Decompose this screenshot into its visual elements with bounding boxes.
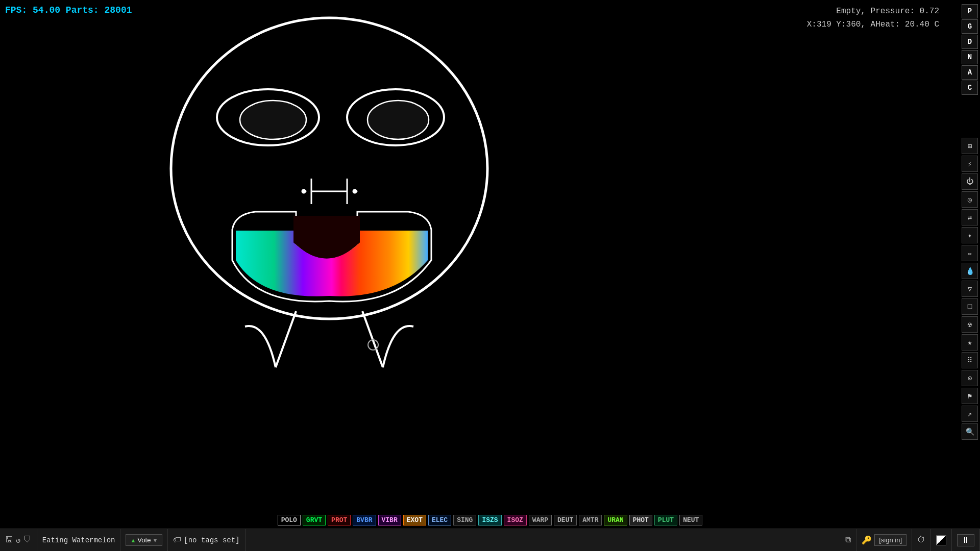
star-tool-icon[interactable]: ★ [962, 334, 978, 350]
element-sing[interactable]: SING [453, 515, 476, 525]
elements-toolbar: POLOGRVTPROTBVBRVIBREXOTELECSINGISZSISOZ… [0, 511, 980, 529]
face-drawing [143, 10, 516, 378]
element-elec[interactable]: ELEC [428, 515, 451, 525]
title-segment[interactable]: Eating Watermelon [37, 529, 121, 551]
pause-segment[interactable]: ⏸ [952, 529, 980, 551]
funnel-tool-icon[interactable]: ▽ [962, 281, 978, 297]
color-selector[interactable] [936, 535, 946, 545]
tags-icon: 🏷 [173, 535, 181, 545]
simulation-title: Eating Watermelon [42, 536, 115, 544]
color-segment[interactable] [931, 529, 952, 551]
canvas-area[interactable] [0, 0, 653, 378]
reload-icon[interactable]: ↺ [16, 535, 21, 545]
svg-line-12 [276, 311, 296, 367]
element-bvbr[interactable]: BVBR [353, 515, 376, 525]
btn-n[interactable]: N [962, 50, 978, 64]
tags-text: [no tags set] [184, 536, 239, 544]
btn-g[interactable]: G [962, 19, 978, 34]
copy-segment[interactable]: ⧉ [840, 529, 856, 551]
svg-point-2 [240, 101, 306, 139]
element-warp[interactable]: WARP [529, 515, 552, 525]
copy-icon[interactable]: ⧉ [845, 535, 851, 545]
element-polo[interactable]: POLO [278, 515, 301, 525]
btn-a[interactable]: A [962, 65, 978, 80]
zoom-tool-icon[interactable]: 🔍 [962, 423, 978, 440]
sign-in-label: [sign in] [879, 536, 902, 544]
circle-tool-icon[interactable]: ◎ [962, 191, 978, 208]
element-phot[interactable]: PHOT [629, 515, 652, 525]
save-icon[interactable]: 🖫 [5, 535, 13, 545]
btn-d[interactable]: D [962, 35, 978, 49]
vote-up-arrow: ▲ [130, 537, 136, 543]
pause-button[interactable]: ⏸ [957, 534, 974, 546]
vote-button[interactable]: ▲ Vote ▼ [126, 534, 162, 546]
settings-segment[interactable]: ⏱ [912, 529, 931, 551]
file-icons-segment: 🖫 ↺ ⛉ [0, 529, 37, 551]
right-tool-icons: ⊞ ⚡ ⏻ ◎ ⇄ ✦ ✏ 💧 ▽ □ ☢ ★ ⠿ ⊙ ⚑ ↗ 🔍 [962, 138, 978, 440]
open-icon[interactable]: ⛉ [23, 535, 32, 545]
swap-tool-icon[interactable]: ⇄ [962, 209, 978, 226]
flashlight-tool-icon[interactable]: ⊙ [962, 370, 978, 386]
sign-in-button[interactable]: [sign in] [874, 534, 906, 546]
btn-p[interactable]: P [962, 4, 978, 18]
electric-tool-icon[interactable]: ⚡ [962, 156, 978, 172]
element-amtr[interactable]: AMTR [579, 515, 602, 525]
status-bar: 🖫 ↺ ⛉ Eating Watermelon ▲ Vote ▼ 🏷 [no t… [0, 529, 980, 551]
element-vibr[interactable]: VIBR [378, 515, 401, 525]
pressure-info: Empty, Pressure: 0.72 [807, 5, 939, 18]
element-grvt[interactable]: GRVT [303, 515, 326, 525]
element-neut[interactable]: NEUT [679, 515, 702, 525]
element-deut[interactable]: DEUT [554, 515, 577, 525]
svg-point-9 [305, 191, 306, 192]
hud-info: Empty, Pressure: 0.72 X:319 Y:360, AHeat… [807, 5, 939, 31]
radiation-tool-icon[interactable]: ☢ [962, 316, 978, 333]
element-prot[interactable]: PROT [328, 515, 351, 525]
drop-tool-icon[interactable]: 💧 [962, 263, 978, 279]
svg-point-4 [368, 101, 429, 139]
arrow-tool-icon[interactable]: ↗ [962, 406, 978, 422]
square-tool-icon[interactable]: □ [962, 298, 978, 315]
pencil-tool-icon[interactable]: ✏ [962, 245, 978, 261]
sparkle-tool-icon[interactable]: ✦ [962, 227, 978, 243]
element-isoz[interactable]: ISOZ [504, 515, 527, 525]
position-info: X:319 Y:360, AHeat: 20.40 C [807, 18, 939, 32]
right-letter-buttons: P G D N A C [962, 4, 978, 95]
tags-segment[interactable]: 🏷 [no tags set] [168, 529, 245, 551]
power-tool-icon[interactable]: ⏻ [962, 173, 978, 190]
vote-label: Vote [137, 536, 151, 544]
element-plut[interactable]: PLUT [654, 515, 677, 525]
btn-c[interactable]: C [962, 81, 978, 95]
element-iszs[interactable]: ISZS [478, 515, 501, 525]
element-uran[interactable]: URAN [604, 515, 627, 525]
dots-tool-icon[interactable]: ⠿ [962, 352, 978, 368]
svg-point-11 [356, 191, 357, 192]
settings-icon[interactable]: ⏱ [917, 535, 925, 545]
signin-segment[interactable]: 🔑 [sign in] [856, 529, 912, 551]
lock-icon: 🔑 [862, 535, 872, 545]
flag-tool-icon[interactable]: ⚑ [962, 388, 978, 404]
element-exot[interactable]: EXOT [403, 515, 426, 525]
svg-line-13 [362, 311, 383, 367]
vote-segment[interactable]: ▲ Vote ▼ [120, 529, 168, 551]
grid-tool-icon[interactable]: ⊞ [962, 138, 978, 154]
vote-down-arrow: ▼ [152, 537, 158, 543]
